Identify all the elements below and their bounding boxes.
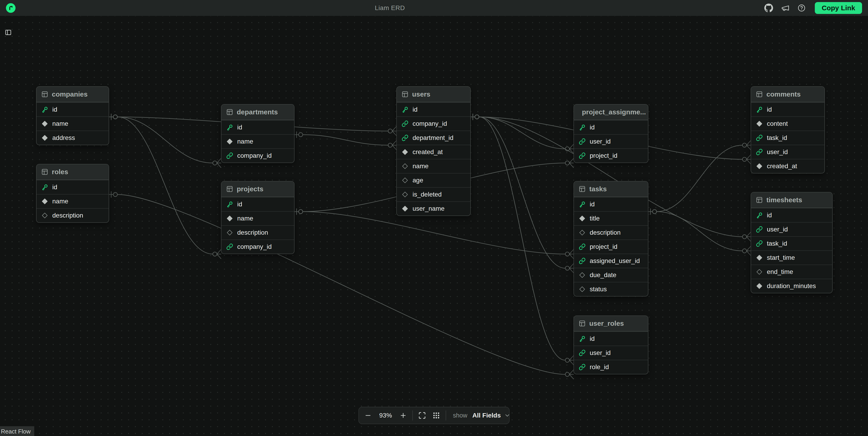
- field-users-department_id[interactable]: department_id: [397, 131, 470, 145]
- table-users[interactable]: users id company_id department_idcreated…: [396, 86, 471, 216]
- table-header-project_assignments[interactable]: project_assignme...: [574, 104, 648, 120]
- field-users-company_id[interactable]: company_id: [397, 117, 470, 131]
- github-button[interactable]: [764, 3, 773, 12]
- not-null-icon: [41, 198, 48, 205]
- field-departments-id[interactable]: id: [221, 120, 294, 134]
- table-header-users[interactable]: users: [397, 87, 470, 102]
- help-button[interactable]: [798, 4, 806, 12]
- nullable-icon: [402, 177, 408, 184]
- table-tasks[interactable]: tasks idtitledescription project_id assi…: [574, 181, 648, 297]
- liam-logo[interactable]: [6, 3, 16, 13]
- table-timesheets[interactable]: timesheets id user_id task_idstart_timee…: [751, 192, 833, 293]
- react-flow-attribution[interactable]: React Flow: [0, 426, 34, 436]
- table-header-companies[interactable]: companies: [36, 87, 109, 102]
- field-project_assignments-id[interactable]: id: [574, 120, 648, 134]
- field-name: name: [52, 120, 68, 127]
- edge-companies-projects: [109, 114, 221, 259]
- fit-view-icon: [418, 412, 426, 419]
- field-comments-id[interactable]: id: [751, 102, 825, 117]
- table-header-user_roles[interactable]: user_roles: [574, 316, 648, 332]
- field-user_roles-user_id[interactable]: user_id: [574, 346, 648, 360]
- edge-roles-user_roles: [109, 191, 574, 379]
- field-departments-company_id[interactable]: company_id: [221, 148, 294, 162]
- table-companies[interactable]: companies idnameaddress: [36, 86, 109, 145]
- field-name: name: [412, 162, 429, 170]
- table-roles[interactable]: roles idnamedescription: [36, 164, 109, 223]
- field-users-id[interactable]: id: [397, 102, 470, 117]
- field-comments-task_id[interactable]: task_id: [751, 131, 825, 145]
- field-user_roles-role_id[interactable]: role_id: [574, 360, 648, 374]
- field-name: id: [412, 106, 417, 113]
- field-user_roles-id[interactable]: id: [574, 332, 648, 346]
- fit-view-button[interactable]: [417, 411, 427, 420]
- not-null-icon: [41, 134, 48, 141]
- field-users-created_at[interactable]: created_at: [397, 145, 470, 159]
- field-users-user_name[interactable]: user_name: [397, 201, 470, 216]
- field-tasks-status[interactable]: status: [574, 282, 648, 296]
- field-projects-id[interactable]: id: [221, 197, 294, 211]
- field-timesheets-user_id[interactable]: user_id: [751, 222, 832, 236]
- field-tasks-id[interactable]: id: [574, 197, 648, 211]
- table-header-comments[interactable]: comments: [751, 87, 825, 102]
- cardinality-one-marker: [648, 209, 652, 215]
- table-user_roles[interactable]: user_roles id user_id role_id: [574, 315, 648, 374]
- field-comments-user_id[interactable]: user_id: [751, 145, 825, 159]
- table-project_assignments[interactable]: project_assignme... id user_id project_i…: [574, 104, 648, 163]
- sidebar-toggle-button[interactable]: [4, 28, 13, 38]
- field-projects-company_id[interactable]: company_id: [221, 240, 294, 254]
- field-timesheets-duration_minutes[interactable]: duration_minutes: [751, 279, 832, 293]
- field-departments-name[interactable]: name: [221, 134, 294, 148]
- field-users-name[interactable]: name: [397, 159, 470, 173]
- field-projects-name[interactable]: name: [221, 211, 294, 225]
- field-name: id: [590, 124, 595, 131]
- table-projects[interactable]: projects idnamedescription company_id: [221, 181, 294, 254]
- field-timesheets-end_time[interactable]: end_time: [751, 264, 832, 279]
- field-companies-id[interactable]: id: [36, 102, 109, 117]
- table-header-projects[interactable]: projects: [221, 182, 294, 197]
- fields-filter-select[interactable]: All Fields: [472, 411, 511, 420]
- field-tasks-assigned_user_id[interactable]: assigned_user_id: [574, 254, 648, 268]
- field-comments-created_at[interactable]: created_at: [751, 159, 825, 173]
- table-icon: [41, 168, 49, 176]
- cardinality-one-marker: [471, 114, 475, 120]
- not-null-icon: [756, 254, 763, 261]
- field-projects-description[interactable]: description: [221, 225, 294, 240]
- field-name: company_id: [237, 152, 272, 159]
- cardinality-many-marker: [747, 155, 751, 164]
- field-companies-name[interactable]: name: [36, 117, 109, 131]
- github-icon: [764, 3, 773, 12]
- table-header-roles[interactable]: roles: [36, 164, 109, 180]
- field-timesheets-task_id[interactable]: task_id: [751, 236, 832, 250]
- cardinality-one-marker: [294, 132, 299, 138]
- zoom-in-button[interactable]: [399, 411, 408, 420]
- not-null-icon: [41, 120, 48, 127]
- fields-filter-value: All Fields: [472, 412, 501, 419]
- field-roles-name[interactable]: name: [36, 194, 109, 208]
- field-roles-description[interactable]: description: [36, 208, 109, 222]
- field-companies-address[interactable]: address: [36, 131, 109, 145]
- field-tasks-title[interactable]: title: [574, 211, 648, 225]
- field-tasks-project_id[interactable]: project_id: [574, 240, 648, 254]
- field-timesheets-start_time[interactable]: start_time: [751, 250, 832, 264]
- table-comments[interactable]: comments idcontent task_id user_idcreate…: [751, 86, 825, 174]
- table-departments[interactable]: departments idname company_id: [221, 104, 294, 163]
- copy-link-button[interactable]: Copy Link: [815, 2, 862, 14]
- table-header-timesheets[interactable]: timesheets: [751, 192, 832, 208]
- field-tasks-due_date[interactable]: due_date: [574, 268, 648, 282]
- table-header-departments[interactable]: departments: [221, 104, 294, 120]
- field-roles-id[interactable]: id: [36, 180, 109, 194]
- field-users-age[interactable]: age: [397, 173, 470, 187]
- table-header-tasks[interactable]: tasks: [574, 182, 648, 197]
- field-comments-content[interactable]: content: [751, 117, 825, 131]
- field-project_assignments-user_id[interactable]: user_id: [574, 134, 648, 148]
- field-timesheets-id[interactable]: id: [751, 208, 832, 222]
- field-users-is_deleted[interactable]: is_deleted: [397, 187, 470, 201]
- field-project_assignments-project_id[interactable]: project_id: [574, 148, 648, 162]
- feedback-button[interactable]: [781, 4, 790, 12]
- erd-canvas[interactable]: companies idnameaddress roles idnamedesc…: [0, 16, 868, 436]
- field-name: id: [52, 106, 57, 113]
- cardinality-one-marker: [109, 114, 113, 120]
- field-tasks-description[interactable]: description: [574, 225, 648, 240]
- tidy-up-button[interactable]: [432, 411, 441, 420]
- zoom-out-button[interactable]: [364, 411, 373, 420]
